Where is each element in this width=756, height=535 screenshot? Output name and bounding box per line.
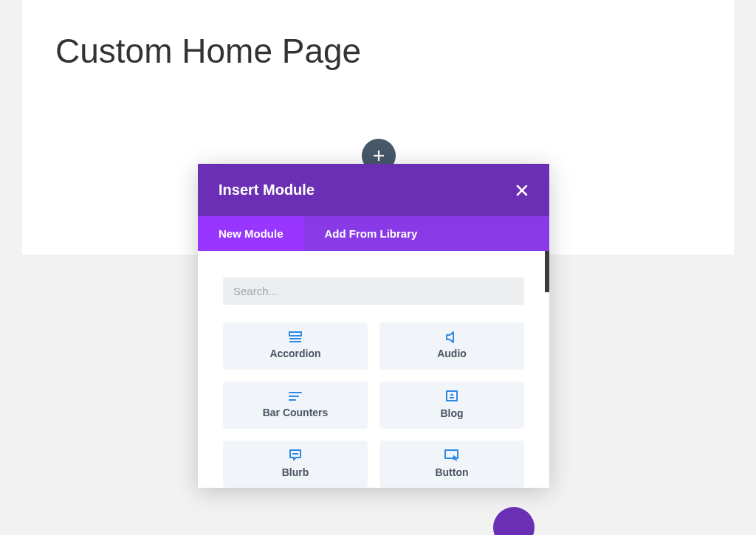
module-label: Bar Counters xyxy=(263,407,329,418)
modal-header: Insert Module xyxy=(198,164,549,216)
search-input[interactable] xyxy=(223,277,524,305)
bar-counters-icon xyxy=(288,390,303,402)
page-title: Custom Home Page xyxy=(55,31,361,71)
module-blurb[interactable]: Blurb xyxy=(223,441,368,488)
svg-rect-4 xyxy=(289,332,301,336)
module-audio[interactable]: Audio xyxy=(379,322,524,370)
plus-icon xyxy=(371,148,386,163)
module-label: Blog xyxy=(440,407,463,419)
blurb-icon xyxy=(288,449,303,462)
module-grid: Accordion Audio Bar Coun xyxy=(223,322,524,488)
scrollbar-thumb[interactable] xyxy=(545,251,549,292)
insert-module-modal: Insert Module New Module Add From Librar… xyxy=(198,164,549,488)
module-label: Blurb xyxy=(282,466,309,478)
modal-title: Insert Module xyxy=(219,182,315,199)
bottom-fab[interactable] xyxy=(493,507,535,535)
module-label: Audio xyxy=(437,348,467,359)
modal-tabs: New Module Add From Library xyxy=(198,216,549,251)
audio-icon xyxy=(444,331,459,343)
tab-new-module[interactable]: New Module xyxy=(198,216,304,251)
modal-body: Accordion Audio Bar Coun xyxy=(198,251,549,488)
module-label: Accordion xyxy=(269,348,320,359)
accordion-icon xyxy=(288,331,303,343)
module-blog[interactable]: Blog xyxy=(379,382,524,429)
close-button[interactable] xyxy=(515,184,529,197)
module-button[interactable]: Button xyxy=(379,441,524,488)
close-icon xyxy=(515,184,529,197)
svg-rect-11 xyxy=(447,391,457,401)
module-bar-counters[interactable]: Bar Counters xyxy=(223,382,368,429)
button-icon xyxy=(444,449,460,462)
module-label: Button xyxy=(435,466,468,478)
module-accordion[interactable]: Accordion xyxy=(223,322,368,370)
svg-marker-7 xyxy=(447,332,453,342)
blog-icon xyxy=(444,390,459,403)
tab-add-from-library[interactable]: Add From Library xyxy=(304,216,439,251)
